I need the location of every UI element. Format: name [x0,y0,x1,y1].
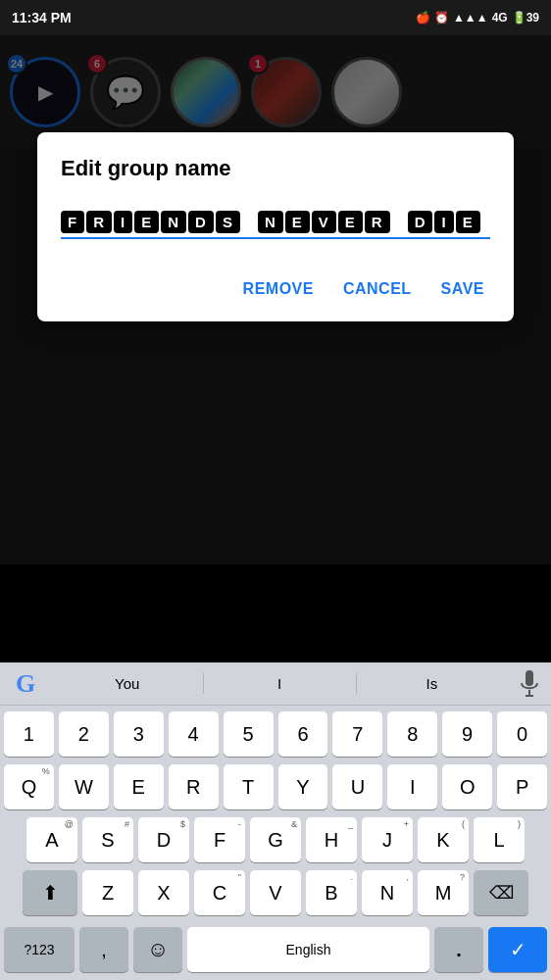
bubble-V: V [312,211,336,233]
dialog-actions: REMOVE CANCEL SAVE [61,269,490,306]
key-6[interactable]: 6 [278,711,328,757]
bubble-I2: I [434,211,453,233]
period-key[interactable]: . [434,927,483,972]
google-logo: G [0,669,51,699]
bubble-R: R [86,211,112,233]
key-n[interactable]: ,N [362,870,413,915]
key-m[interactable]: ?M [418,870,469,915]
key-9[interactable]: 9 [442,711,492,757]
zxcv-row: ⬆ Z X "C V .B ,N ?M ⌫ [4,870,547,915]
key-2[interactable]: 2 [59,711,109,757]
status-icons: 🍎 ⏰ ▲▲▲ 4G 🔋39 [416,11,539,24]
key-i[interactable]: I [387,764,437,809]
emoji-key[interactable]: ☺ [133,927,182,972]
dialog-title: Edit group name [61,156,490,181]
qwerty-row: %Q W E R T Y U I O P [4,764,547,809]
key-t[interactable]: T [224,764,274,809]
cancel-button[interactable]: CANCEL [337,272,418,306]
key-7[interactable]: 7 [332,711,382,757]
bubble-E4: E [456,211,480,233]
bubble-E3: E [338,211,363,233]
key-g[interactable]: &G [250,817,301,862]
bubble-E: E [134,211,159,233]
key-5[interactable]: 5 [224,711,274,757]
key-e[interactable]: E [114,764,164,809]
key-h[interactable]: _H [306,817,357,862]
comma-key[interactable]: , [79,927,128,972]
suggestion-i[interactable]: I [203,665,355,702]
key-k[interactable]: (K [418,817,469,862]
bubble-E2: E [285,211,310,233]
key-y[interactable]: Y [278,764,328,809]
submit-key[interactable]: ✓ [488,927,547,972]
key-x[interactable]: X [138,870,189,915]
edit-group-dialog: Edit group name F R I E N D S N E V E R … [37,132,514,321]
key-v[interactable]: V [250,870,301,915]
key-d[interactable]: $D [138,817,189,862]
apple-icon: 🍎 [416,11,430,24]
key-8[interactable]: 8 [387,711,437,757]
network-label: 4G [492,11,508,24]
input-text-bubbles[interactable]: F R I E N D S N E V E R D I E [61,211,490,233]
shift-key[interactable]: ⬆ [23,870,77,915]
key-z[interactable]: Z [82,870,133,915]
suggestions-bar: G You I Is [0,662,551,706]
key-b[interactable]: .B [306,870,357,915]
svg-rect-0 [526,670,533,686]
key-r[interactable]: R [169,764,219,809]
alarm-icon: ⏰ [434,11,449,24]
number-row: 1 2 3 4 5 6 7 8 9 0 [4,711,547,757]
bubble-space [242,211,256,233]
key-a[interactable]: @A [26,817,77,862]
bubble-D: D [188,211,214,233]
battery-icon: 🔋39 [512,11,539,24]
num-key[interactable]: ?123 [4,927,75,972]
key-4[interactable]: 4 [169,711,219,757]
microphone-icon[interactable] [508,670,551,698]
key-3[interactable]: 3 [114,711,164,757]
key-c[interactable]: "C [194,870,245,915]
keyboard: G You I Is 1 2 3 4 5 6 7 8 9 0 [0,662,551,980]
key-j[interactable]: +J [362,817,413,862]
key-q[interactable]: %Q [4,764,54,809]
suggestion-you[interactable]: You [51,665,203,702]
key-p[interactable]: P [497,764,547,809]
signal-icon: ▲▲▲ [453,11,488,24]
save-button[interactable]: SAVE [435,272,490,306]
asdf-row: @A #S $D -F &G _H +J (K )L [4,817,547,862]
key-0[interactable]: 0 [497,711,547,757]
key-w[interactable]: W [59,764,109,809]
bubble-D2: D [408,211,433,233]
bubble-I: I [114,211,132,233]
key-f[interactable]: -F [194,817,245,862]
bubble-S: S [216,211,240,233]
bubble-N: N [161,211,186,233]
dialog-input-wrap: F R I E N D S N E V E R D I E [61,211,490,239]
backspace-key[interactable]: ⌫ [474,870,528,915]
key-o[interactable]: O [442,764,492,809]
bubble-space2 [392,211,406,233]
key-u[interactable]: U [332,764,382,809]
key-l[interactable]: )L [474,817,525,862]
bubble-N2: N [258,211,283,233]
bubble-F: F [61,211,84,233]
key-s[interactable]: #S [82,817,133,862]
bottom-row: ?123 , ☺ English . ✓ [0,927,551,980]
time: 11:34 PM [12,10,72,25]
space-key[interactable]: English [187,927,429,972]
key-1[interactable]: 1 [4,711,54,757]
bubble-R2: R [365,211,390,233]
status-bar: 11:34 PM 🍎 ⏰ ▲▲▲ 4G 🔋39 [0,0,551,35]
suggestion-is[interactable]: Is [356,665,508,702]
remove-button[interactable]: REMOVE [237,272,320,306]
key-rows: 1 2 3 4 5 6 7 8 9 0 %Q W E R T Y U I O P… [0,706,551,927]
